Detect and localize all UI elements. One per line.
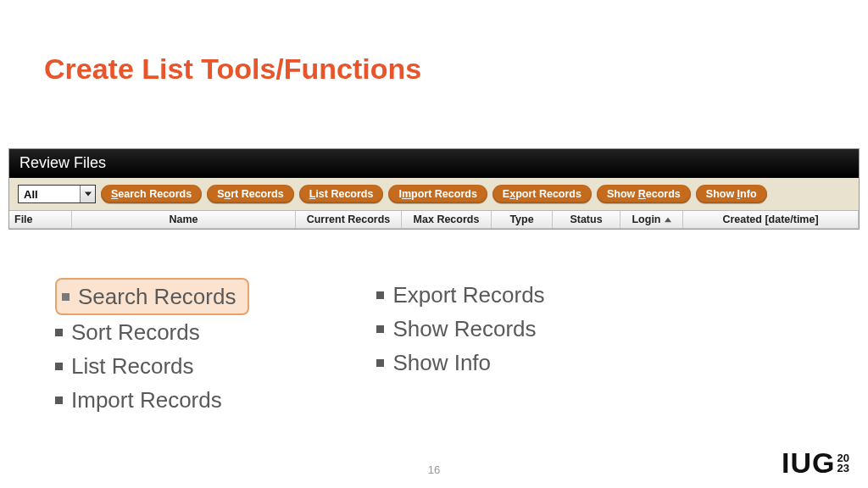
panel-title: Review Files	[9, 149, 859, 178]
list-records-button[interactable]: List Records	[299, 185, 384, 203]
slide-title: Create List Tools/Functions	[44, 53, 421, 86]
iug-logo: IUG 2023	[782, 446, 849, 480]
bullet-icon	[376, 325, 384, 333]
col-file[interactable]: File	[9, 211, 72, 229]
col-current-records[interactable]: Current Records	[296, 211, 402, 229]
filter-value: All	[19, 186, 80, 202]
page-number: 16	[428, 463, 440, 476]
bullet-icon	[55, 396, 63, 404]
bullet-icon	[376, 291, 384, 299]
list-item: Show Records	[376, 312, 544, 346]
sort-records-button[interactable]: Sort Records	[207, 185, 294, 203]
bullet-columns: Search Records Sort Records List Records…	[55, 278, 545, 417]
col-type[interactable]: Type	[492, 211, 553, 229]
logo-text: IUG	[782, 446, 835, 480]
list-item: Import Records	[55, 383, 249, 417]
chevron-down-icon	[80, 186, 95, 202]
list-item: Sort Records	[55, 315, 249, 349]
col-login[interactable]: Login	[620, 211, 683, 229]
list-item: Show Info	[376, 346, 544, 380]
filter-dropdown[interactable]: All	[18, 185, 96, 203]
search-records-button[interactable]: Search Records	[101, 185, 202, 203]
svg-marker-1	[665, 218, 671, 223]
show-info-button[interactable]: Show Info	[696, 185, 767, 203]
export-records-button[interactable]: Export Records	[492, 185, 592, 203]
import-records-button[interactable]: Import Records	[388, 185, 487, 203]
app-panel: Review Files All Search Records Sort Rec…	[8, 148, 860, 230]
logo-year: 2023	[837, 453, 849, 474]
toolbar: All Search Records Sort Records List Rec…	[9, 178, 859, 210]
sort-ascending-icon	[665, 214, 671, 225]
col-status[interactable]: Status	[553, 211, 620, 229]
bullet-list-left: Search Records Sort Records List Records…	[55, 278, 249, 417]
bullet-icon	[376, 359, 384, 367]
bullet-icon	[62, 293, 70, 301]
col-max-records[interactable]: Max Records	[402, 211, 492, 229]
list-item: Search Records	[55, 278, 249, 315]
col-name[interactable]: Name	[72, 211, 296, 229]
bullet-list-right: Export Records Show Records Show Info	[376, 278, 544, 417]
col-created[interactable]: Created [date/time]	[683, 211, 859, 229]
list-item: Export Records	[376, 278, 544, 312]
column-headers: File Name Current Records Max Records Ty…	[9, 210, 859, 229]
bullet-icon	[55, 329, 63, 336]
bullet-icon	[55, 363, 63, 370]
list-item: List Records	[55, 349, 249, 383]
show-records-button[interactable]: Show Records	[597, 185, 691, 203]
col-login-label: Login	[632, 214, 660, 225]
svg-marker-0	[85, 192, 92, 197]
